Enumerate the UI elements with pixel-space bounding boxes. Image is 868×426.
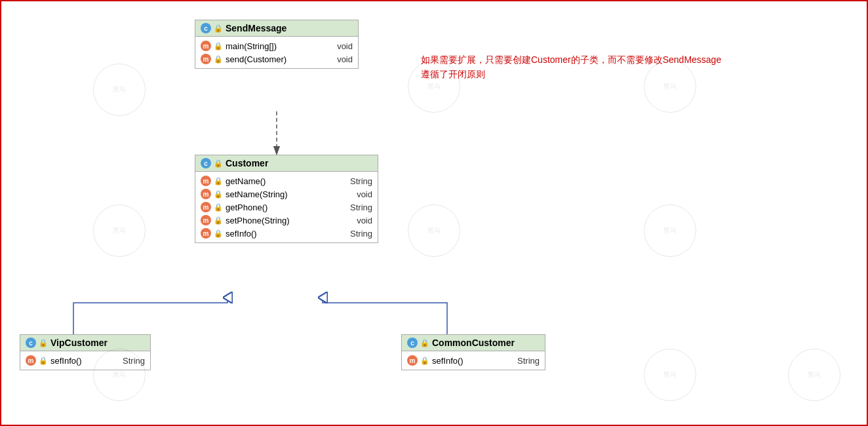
class-badge-c4: c [407,338,418,348]
watermark: 黑马 [788,349,840,401]
vipcustomer-to-customer-arrow [73,298,227,334]
watermark: 黑马 [93,204,146,257]
watermark: 黑马 [408,204,460,257]
lock-icon3: 🔒 [39,338,48,347]
sendmessage-header: c 🔒 SendMessage [195,20,358,37]
table-row: m 🔒 sefInfo() String [407,354,540,367]
class-badge-c2: c [201,158,211,168]
sendmessage-classname: SendMessage [226,23,286,33]
table-row: m 🔒 sefInfo() String [26,354,145,367]
watermark: 黑马 [644,349,696,401]
lock-icon2: 🔒 [214,159,223,168]
commoncustomer-header: c 🔒 CommonCustomer [402,335,545,351]
main-container: c 🔒 SendMessage m 🔒 main(String[]) void … [0,0,868,426]
sendmessage-class: c 🔒 SendMessage m 🔒 main(String[]) void … [195,20,359,69]
customer-header: c 🔒 Customer [195,155,378,172]
annotation-line1: 如果需要扩展，只需要创建Customer的子类，而不需要修改SendMessag… [421,52,721,67]
class-badge-c: c [201,23,211,33]
watermark: 黑马 [644,204,696,257]
lock-icon: 🔒 [214,24,223,33]
sendmessage-body: m 🔒 main(String[]) void m 🔒 send(Custome… [195,37,358,68]
customer-classname: Customer [226,158,268,168]
table-row: m 🔒 send(Customer) void [201,52,353,66]
watermark: 黑马 [93,64,146,116]
class-badge-c3: c [26,338,36,348]
table-row: m 🔒 getName() String [201,174,372,187]
customer-class: c 🔒 Customer m 🔒 getName() String m 🔒 se… [195,155,378,243]
annotation-text: 如果需要扩展，只需要创建Customer的子类，而不需要修改SendMessag… [421,52,721,82]
commoncustomer-class: c 🔒 CommonCustomer m 🔒 sefInfo() String [401,334,545,370]
vipcustomer-class: c 🔒 VipCustomer m 🔒 sefInfo() String [20,334,151,370]
commoncustomer-body: m 🔒 sefInfo() String [402,351,545,370]
table-row: m 🔒 main(String[]) void [201,39,353,52]
table-row: m 🔒 getPhone() String [201,201,372,214]
lock-icon4: 🔒 [420,338,429,347]
commoncustomer-classname: CommonCustomer [432,338,515,348]
table-row: m 🔒 setPhone(String) void [201,214,372,227]
table-row: m 🔒 setName(String) void [201,187,372,201]
annotation-line2: 遵循了开闭原则 [421,67,721,81]
vipcustomer-header: c 🔒 VipCustomer [20,335,150,351]
table-row: m 🔒 sefInfo() String [201,227,372,240]
vipcustomer-classname: VipCustomer [50,338,108,348]
customer-body: m 🔒 getName() String m 🔒 setName(String)… [195,172,378,242]
commoncustomer-to-customer-arrow [323,298,447,334]
vipcustomer-body: m 🔒 sefInfo() String [20,351,150,370]
